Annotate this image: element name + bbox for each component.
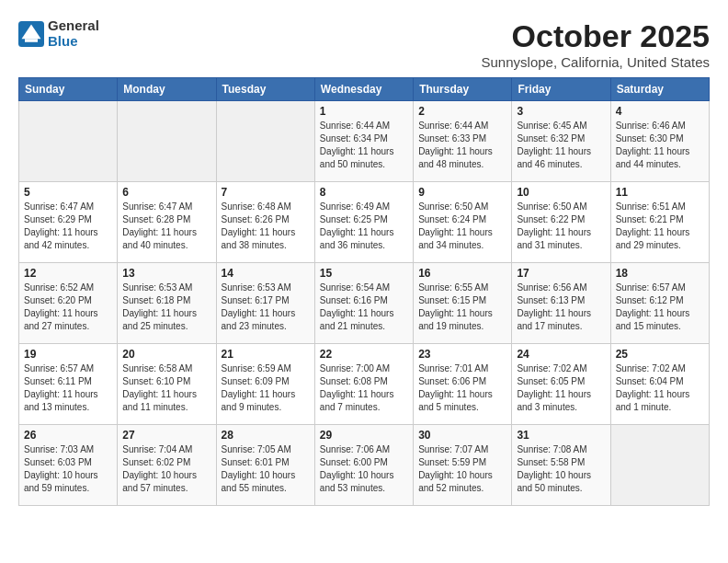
calendar-day-6: 6Sunrise: 6:47 AM Sunset: 6:28 PM Daylig…: [118, 182, 216, 263]
day-number: 20: [122, 348, 210, 361]
calendar-day-3: 3Sunrise: 6:45 AM Sunset: 6:32 PM Daylig…: [512, 101, 610, 182]
logo: General Blue: [18, 18, 99, 49]
day-number: 26: [24, 429, 112, 442]
day-info: Sunrise: 6:44 AM Sunset: 6:34 PM Dayligh…: [320, 120, 408, 171]
day-number: 17: [517, 267, 605, 280]
calendar-day-12: 12Sunrise: 6:52 AM Sunset: 6:20 PM Dayli…: [19, 263, 118, 344]
day-info: Sunrise: 6:50 AM Sunset: 6:24 PM Dayligh…: [418, 201, 506, 252]
empty-cell: [118, 101, 216, 182]
day-number: 31: [517, 429, 605, 442]
calendar-day-2: 2Sunrise: 6:44 AM Sunset: 6:33 PM Daylig…: [414, 101, 512, 182]
day-number: 30: [418, 429, 506, 442]
day-number: 12: [24, 267, 112, 280]
day-number: 29: [320, 429, 408, 442]
calendar-day-28: 28Sunrise: 7:05 AM Sunset: 6:01 PM Dayli…: [216, 425, 314, 506]
day-number: 28: [222, 429, 310, 442]
calendar-week-2: 5Sunrise: 6:47 AM Sunset: 6:29 PM Daylig…: [19, 182, 710, 263]
day-info: Sunrise: 7:06 AM Sunset: 6:00 PM Dayligh…: [320, 443, 408, 495]
calendar-day-15: 15Sunrise: 6:54 AM Sunset: 6:16 PM Dayli…: [314, 263, 413, 344]
day-info: Sunrise: 6:50 AM Sunset: 6:22 PM Dayligh…: [517, 201, 605, 252]
day-number: 4: [616, 105, 704, 118]
logo-general: General: [48, 18, 99, 34]
day-info: Sunrise: 7:04 AM Sunset: 6:02 PM Dayligh…: [122, 443, 210, 495]
day-info: Sunrise: 6:53 AM Sunset: 6:17 PM Dayligh…: [222, 282, 310, 333]
day-number: 3: [517, 105, 605, 118]
calendar-day-24: 24Sunrise: 7:02 AM Sunset: 6:05 PM Dayli…: [512, 344, 610, 425]
day-number: 13: [122, 267, 210, 280]
calendar-day-22: 22Sunrise: 7:00 AM Sunset: 6:08 PM Dayli…: [314, 344, 413, 425]
day-info: Sunrise: 6:54 AM Sunset: 6:16 PM Dayligh…: [320, 282, 408, 333]
title-section: October 2025 Sunnyslope, California, Uni…: [482, 18, 710, 70]
day-info: Sunrise: 6:47 AM Sunset: 6:29 PM Dayligh…: [24, 201, 112, 252]
day-number: 25: [616, 348, 704, 361]
calendar-day-20: 20Sunrise: 6:58 AM Sunset: 6:10 PM Dayli…: [118, 344, 216, 425]
calendar-day-14: 14Sunrise: 6:53 AM Sunset: 6:17 PM Dayli…: [216, 263, 314, 344]
empty-cell: [610, 425, 709, 506]
day-info: Sunrise: 7:03 AM Sunset: 6:03 PM Dayligh…: [24, 443, 112, 495]
calendar-day-16: 16Sunrise: 6:55 AM Sunset: 6:15 PM Dayli…: [414, 263, 512, 344]
day-number: 24: [517, 348, 605, 361]
calendar-day-9: 9Sunrise: 6:50 AM Sunset: 6:24 PM Daylig…: [414, 182, 512, 263]
day-number: 21: [222, 348, 310, 361]
calendar-day-25: 25Sunrise: 7:02 AM Sunset: 6:04 PM Dayli…: [610, 344, 709, 425]
weekday-header-tuesday: Tuesday: [216, 78, 314, 101]
day-info: Sunrise: 6:57 AM Sunset: 6:12 PM Dayligh…: [616, 282, 704, 333]
day-number: 9: [418, 186, 506, 199]
day-number: 2: [418, 105, 506, 118]
day-info: Sunrise: 6:53 AM Sunset: 6:18 PM Dayligh…: [122, 282, 210, 333]
day-info: Sunrise: 6:49 AM Sunset: 6:25 PM Dayligh…: [320, 201, 408, 252]
calendar-day-31: 31Sunrise: 7:08 AM Sunset: 5:58 PM Dayli…: [512, 425, 610, 506]
calendar-day-30: 30Sunrise: 7:07 AM Sunset: 5:59 PM Dayli…: [414, 425, 512, 506]
day-info: Sunrise: 7:02 AM Sunset: 6:05 PM Dayligh…: [517, 362, 605, 414]
weekday-header-row: SundayMondayTuesdayWednesdayThursdayFrid…: [19, 78, 710, 101]
day-number: 27: [122, 429, 210, 442]
day-number: 16: [418, 267, 506, 280]
day-number: 23: [418, 348, 506, 361]
day-info: Sunrise: 7:00 AM Sunset: 6:08 PM Dayligh…: [320, 362, 408, 414]
day-info: Sunrise: 6:55 AM Sunset: 6:15 PM Dayligh…: [418, 282, 506, 333]
calendar-day-13: 13Sunrise: 6:53 AM Sunset: 6:18 PM Dayli…: [118, 263, 216, 344]
day-number: 5: [24, 186, 112, 199]
day-info: Sunrise: 7:08 AM Sunset: 5:58 PM Dayligh…: [517, 443, 605, 495]
day-number: 11: [616, 186, 704, 199]
day-number: 15: [320, 267, 408, 280]
calendar-day-19: 19Sunrise: 6:57 AM Sunset: 6:11 PM Dayli…: [19, 344, 118, 425]
day-info: Sunrise: 7:07 AM Sunset: 5:59 PM Dayligh…: [418, 443, 506, 495]
calendar-day-1: 1Sunrise: 6:44 AM Sunset: 6:34 PM Daylig…: [314, 101, 413, 182]
page-header: General Blue October 2025 Sunnyslope, Ca…: [18, 18, 710, 70]
calendar-day-5: 5Sunrise: 6:47 AM Sunset: 6:29 PM Daylig…: [19, 182, 118, 263]
day-info: Sunrise: 6:57 AM Sunset: 6:11 PM Dayligh…: [24, 362, 112, 414]
day-info: Sunrise: 6:51 AM Sunset: 6:21 PM Dayligh…: [616, 201, 704, 252]
day-info: Sunrise: 6:59 AM Sunset: 6:09 PM Dayligh…: [222, 362, 310, 414]
day-info: Sunrise: 6:48 AM Sunset: 6:26 PM Dayligh…: [222, 201, 310, 252]
calendar-day-17: 17Sunrise: 6:56 AM Sunset: 6:13 PM Dayli…: [512, 263, 610, 344]
day-number: 1: [320, 105, 408, 118]
month-title: October 2025: [482, 18, 710, 54]
calendar-week-1: 1Sunrise: 6:44 AM Sunset: 6:34 PM Daylig…: [19, 101, 710, 182]
day-number: 7: [222, 186, 310, 199]
calendar-day-18: 18Sunrise: 6:57 AM Sunset: 6:12 PM Dayli…: [610, 263, 709, 344]
calendar-week-5: 26Sunrise: 7:03 AM Sunset: 6:03 PM Dayli…: [19, 425, 710, 506]
calendar-week-3: 12Sunrise: 6:52 AM Sunset: 6:20 PM Dayli…: [19, 263, 710, 344]
day-info: Sunrise: 6:52 AM Sunset: 6:20 PM Dayligh…: [24, 282, 112, 333]
calendar-day-10: 10Sunrise: 6:50 AM Sunset: 6:22 PM Dayli…: [512, 182, 610, 263]
weekday-header-thursday: Thursday: [414, 78, 512, 101]
calendar-day-23: 23Sunrise: 7:01 AM Sunset: 6:06 PM Dayli…: [414, 344, 512, 425]
day-info: Sunrise: 6:44 AM Sunset: 6:33 PM Dayligh…: [418, 120, 506, 171]
day-info: Sunrise: 6:58 AM Sunset: 6:10 PM Dayligh…: [122, 362, 210, 414]
calendar-day-27: 27Sunrise: 7:04 AM Sunset: 6:02 PM Dayli…: [118, 425, 216, 506]
location-title: Sunnyslope, California, United States: [482, 54, 710, 70]
day-number: 8: [320, 186, 408, 199]
day-number: 6: [122, 186, 210, 199]
calendar-day-11: 11Sunrise: 6:51 AM Sunset: 6:21 PM Dayli…: [610, 182, 709, 263]
calendar-day-21: 21Sunrise: 6:59 AM Sunset: 6:09 PM Dayli…: [216, 344, 314, 425]
calendar-table: SundayMondayTuesdayWednesdayThursdayFrid…: [18, 77, 710, 506]
weekday-header-monday: Monday: [118, 78, 216, 101]
calendar-day-26: 26Sunrise: 7:03 AM Sunset: 6:03 PM Dayli…: [19, 425, 118, 506]
calendar-day-4: 4Sunrise: 6:46 AM Sunset: 6:30 PM Daylig…: [610, 101, 709, 182]
logo-blue: Blue: [48, 34, 99, 50]
weekday-header-sunday: Sunday: [19, 78, 118, 101]
weekday-header-wednesday: Wednesday: [314, 78, 413, 101]
logo-icon: [18, 21, 44, 47]
empty-cell: [216, 101, 314, 182]
